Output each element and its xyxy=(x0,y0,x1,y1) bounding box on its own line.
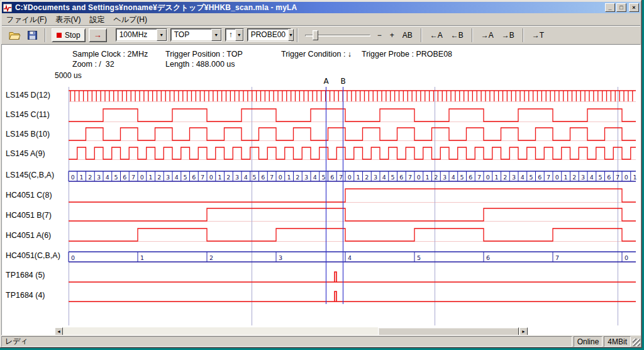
svg-text:4: 4 xyxy=(382,174,386,181)
resize-grip[interactable] xyxy=(632,336,641,347)
svg-text:6: 6 xyxy=(192,174,196,181)
svg-text:3: 3 xyxy=(235,174,239,181)
trigger-probe-value: PROBE00 xyxy=(248,29,288,41)
memory-status-badge: 4MBit xyxy=(604,336,631,347)
menu-help[interactable]: ヘルプ(H) xyxy=(109,13,152,26)
app-icon xyxy=(3,3,13,12)
zoom-out-button[interactable]: − xyxy=(375,30,384,41)
svg-text:6: 6 xyxy=(123,174,126,181)
goto-cursor-a-left-button[interactable]: ←A xyxy=(428,30,445,41)
svg-text:7: 7 xyxy=(408,174,412,181)
sample-clock-value: 100MHz xyxy=(116,29,150,41)
svg-text:6: 6 xyxy=(607,174,611,181)
svg-text:1: 1 xyxy=(426,174,430,181)
ab-range-button[interactable]: AB xyxy=(400,30,415,41)
menu-settings[interactable]: 設定 xyxy=(85,13,109,26)
svg-text:3: 3 xyxy=(581,174,585,181)
channel-label: TP1684 (4) xyxy=(6,291,45,300)
svg-text:2: 2 xyxy=(209,254,213,261)
app-window: C:¥Documents and Settings¥noname¥デスクトップ¥… xyxy=(0,0,642,348)
goto-cursor-b-left-button[interactable]: ←B xyxy=(448,30,466,41)
zoom-slider[interactable] xyxy=(305,29,370,42)
svg-text:5: 5 xyxy=(391,174,395,181)
dropdown-arrow-icon[interactable]: ▼ xyxy=(235,29,243,41)
svg-text:1: 1 xyxy=(80,174,84,181)
svg-text:7: 7 xyxy=(270,174,274,181)
svg-text:3: 3 xyxy=(374,174,377,181)
svg-text:0: 0 xyxy=(71,254,75,261)
svg-text:4: 4 xyxy=(175,174,179,181)
dropdown-arrow-icon[interactable]: ▼ xyxy=(157,29,167,41)
run-arrow-icon: → xyxy=(94,30,102,40)
goto-trigger-button[interactable]: →T xyxy=(530,30,547,41)
svg-text:7: 7 xyxy=(616,174,619,181)
zoom-slider-thumb[interactable] xyxy=(313,30,318,40)
trigger-probe-select[interactable]: PROBE00 ▼ xyxy=(247,28,291,42)
svg-text:2: 2 xyxy=(88,174,92,181)
svg-text:3: 3 xyxy=(97,174,101,181)
channel-LS145 A(9) xyxy=(69,147,636,159)
channel-HC4051 C(8) xyxy=(69,189,636,202)
close-button[interactable]: × xyxy=(629,3,639,12)
goto-cursor-a-right-button[interactable]: →A xyxy=(479,30,496,41)
zoom-in-button[interactable]: + xyxy=(387,30,397,41)
svg-text:0: 0 xyxy=(71,174,75,181)
toolbar-separator xyxy=(297,28,298,42)
trigger-position-select[interactable]: TOP ▼ xyxy=(170,28,222,42)
svg-text:6: 6 xyxy=(261,174,265,181)
toolbar-separator xyxy=(45,28,46,42)
floppy-disk-icon xyxy=(28,31,37,40)
waveform-view: Sample Clock : 2MHz Trigger Position : T… xyxy=(1,44,641,336)
channel-label: LS145 A(9) xyxy=(6,149,45,158)
goto-cursor-b-right-button[interactable]: →B xyxy=(499,30,517,41)
svg-text:1: 1 xyxy=(218,174,222,181)
svg-text:1: 1 xyxy=(564,174,568,181)
channel-LS145(C,B,A): 0123456701234567012345670123456701234567… xyxy=(69,171,637,181)
trigger-edge-select[interactable]: ↑ ▼ xyxy=(225,28,244,42)
stop-button[interactable]: Stop xyxy=(52,28,86,42)
dropdown-arrow-icon[interactable]: ▼ xyxy=(288,29,294,41)
waveform-canvas[interactable]: 0123456701234567012345670123456701234567… xyxy=(1,45,641,334)
svg-text:6: 6 xyxy=(538,174,541,181)
svg-text:6: 6 xyxy=(469,174,472,181)
svg-text:1: 1 xyxy=(149,174,153,181)
svg-text:5: 5 xyxy=(599,174,602,181)
svg-text:6: 6 xyxy=(330,174,334,181)
online-status-badge: Online xyxy=(574,336,603,347)
sample-clock-select[interactable]: 100MHz ▼ xyxy=(116,28,167,42)
svg-text:0: 0 xyxy=(279,174,282,181)
svg-text:7: 7 xyxy=(339,174,343,181)
channel-label-column: LS145 D(12)LS145 C(11)LS145 B(10)LS145 A… xyxy=(6,45,69,335)
svg-text:3: 3 xyxy=(279,254,282,261)
minimize-button[interactable]: _ xyxy=(605,3,615,12)
svg-text:5: 5 xyxy=(184,174,187,181)
svg-text:1: 1 xyxy=(140,254,144,261)
svg-text:3: 3 xyxy=(512,174,516,181)
menu-view[interactable]: 表示(V) xyxy=(51,13,85,26)
svg-text:7: 7 xyxy=(547,174,550,181)
save-button[interactable] xyxy=(26,30,39,41)
svg-text:0: 0 xyxy=(625,174,628,181)
channel-label: HC4051(C,B,A) xyxy=(6,251,60,260)
menu-file[interactable]: ファイル(F) xyxy=(2,13,51,26)
svg-text:7: 7 xyxy=(477,174,481,181)
toolbar: Stop → 100MHz ▼ TOP ▼ ↑ ▼ PROBE00 ▼ − + … xyxy=(2,25,640,44)
svg-text:5: 5 xyxy=(460,174,464,181)
svg-text:0: 0 xyxy=(348,174,352,181)
title-bar[interactable]: C:¥Documents and Settings¥noname¥デスクトップ¥… xyxy=(2,2,640,13)
channel-label: TP1684 (5) xyxy=(6,271,45,279)
dropdown-arrow-icon[interactable]: ▼ xyxy=(211,29,221,41)
maximize-button[interactable]: □ xyxy=(616,3,626,12)
channel-TP1684 (5) xyxy=(69,272,636,282)
channel-LS145 D(12) xyxy=(69,91,636,101)
svg-text:0: 0 xyxy=(209,174,213,181)
menu-bar: ファイル(F) 表示(V) 設定 ヘルプ(H) xyxy=(2,14,640,25)
open-file-button[interactable] xyxy=(7,30,23,41)
channel-LS145 B(10) xyxy=(69,128,636,140)
svg-text:4: 4 xyxy=(313,174,317,181)
stop-button-label: Stop xyxy=(65,31,80,40)
svg-text:0: 0 xyxy=(486,174,490,181)
run-button[interactable]: → xyxy=(89,28,107,42)
svg-text:5: 5 xyxy=(322,174,326,181)
svg-text:5: 5 xyxy=(417,254,421,261)
